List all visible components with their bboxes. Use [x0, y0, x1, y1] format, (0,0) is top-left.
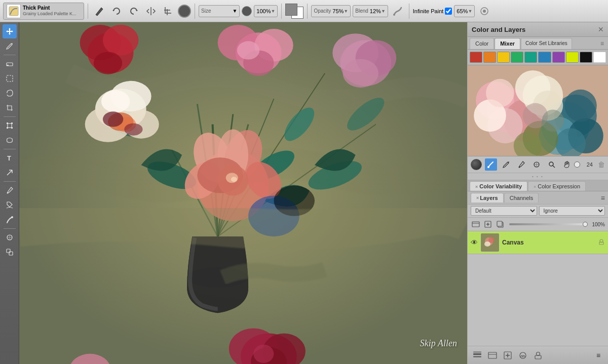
toolbar-separator-5	[409, 4, 409, 19]
mixer-brush-icon[interactable]	[485, 158, 497, 171]
bottom-lock-icon[interactable]	[531, 349, 545, 362]
lasso-tool[interactable]	[3, 86, 17, 100]
eyedropper-tool[interactable]	[3, 183, 17, 197]
tab-layers[interactable]: × Layers	[471, 193, 504, 203]
text-tool[interactable]: T	[3, 151, 17, 165]
color-swatch-blue[interactable]	[538, 52, 551, 63]
tab-color-expression[interactable]: ×Color Expression	[528, 181, 586, 191]
flip-button[interactable]	[143, 4, 159, 19]
mixer-size-slider[interactable]	[576, 164, 578, 166]
color-swatch-black[interactable]	[580, 52, 592, 63]
bottom-group-icon[interactable]	[486, 349, 499, 362]
warp-tool[interactable]	[3, 133, 17, 147]
new-layer-icon[interactable]	[483, 219, 493, 229]
new-layer-group-icon[interactable]	[471, 219, 481, 229]
main-area: T	[0, 22, 608, 364]
layer-blend-mode-select[interactable]: Default	[471, 206, 537, 216]
mixer-paint-area[interactable]	[468, 65, 608, 156]
infinite-paint-toggle[interactable]: Infinite Paint	[413, 8, 452, 15]
mixer-eyedropper-icon[interactable]	[515, 158, 527, 171]
blend-tool[interactable]	[3, 230, 17, 245]
opacity-control[interactable]: Opacity 75% ▼	[311, 5, 351, 17]
bottom-layers-icon[interactable]	[471, 349, 484, 362]
layer-thumbnail	[481, 233, 499, 252]
color-swatch-yellow-green[interactable]	[566, 52, 579, 63]
color-swatch-red[interactable]	[470, 52, 482, 63]
quick-access-button[interactable]	[477, 4, 492, 19]
color-swatch-orange[interactable]	[483, 52, 496, 63]
duplicate-layer-icon[interactable]	[495, 219, 505, 229]
mixer-delete-icon[interactable]: 🗑	[598, 160, 605, 169]
layer-opacity-row: 100%	[468, 218, 608, 231]
svg-text:T: T	[7, 154, 11, 162]
svg-rect-9	[7, 127, 8, 129]
mixer-eyedropper2-icon[interactable]	[530, 158, 543, 171]
left-tool-panel: T	[0, 22, 19, 364]
rotate-right-button[interactable]	[126, 4, 141, 19]
canvas-area[interactable]: Skip Allen	[19, 22, 467, 364]
canvas-layer-row[interactable]: 👁 Canvas	[468, 231, 608, 254]
svg-point-1	[393, 14, 395, 16]
layer-visibility-icon[interactable]: 👁	[471, 238, 478, 247]
size-input[interactable]: 147.7	[212, 8, 231, 14]
tab-color[interactable]: Color	[470, 38, 494, 49]
size-control[interactable]: Size 147.7 ▼	[199, 5, 240, 17]
arrow-tool[interactable]	[3, 166, 17, 180]
stylus-tool-button[interactable]	[92, 4, 107, 19]
svg-point-73	[486, 79, 514, 107]
size-pct-control[interactable]: 100% ▼	[254, 5, 278, 17]
color-swatch-purple[interactable]	[552, 52, 565, 63]
tab-channels[interactable]: Channels	[504, 193, 539, 203]
layer-opacity-slider[interactable]	[509, 223, 588, 225]
color-swatch-teal[interactable]	[524, 52, 537, 63]
tool-separator-1	[4, 55, 16, 55]
bottom-new-layer-icon[interactable]	[501, 349, 514, 362]
mixer-tools-row: 24 🗑	[468, 156, 608, 173]
rotate-left-button[interactable]	[109, 4, 124, 19]
layers-empty-area	[468, 254, 608, 346]
right-panel-bottom-toolbar: ≡	[468, 346, 608, 364]
svg-rect-16	[9, 252, 13, 255]
toolbar-separator-4	[307, 4, 308, 19]
color-swatch-green[interactable]	[511, 52, 523, 63]
layers-menu-icon[interactable]: ≡	[601, 194, 605, 202]
mixer-zoom-icon[interactable]	[546, 158, 558, 171]
svg-rect-91	[472, 222, 479, 227]
layer-lock-icon[interactable]	[598, 238, 605, 247]
layer-opacity-thumb[interactable]	[583, 222, 588, 227]
zoom-control[interactable]: 65% ▼	[454, 5, 475, 17]
tab-mixer[interactable]: Mixer	[495, 38, 520, 49]
tab-menu-icon[interactable]: ≡	[598, 38, 606, 49]
pencil-tool[interactable]	[3, 39, 17, 53]
clone-tool[interactable]	[3, 245, 17, 259]
brush-icon-button[interactable]	[390, 4, 405, 19]
mixer-size-thumb[interactable]	[574, 161, 580, 168]
svg-point-49	[237, 41, 259, 59]
svg-rect-7	[7, 123, 8, 124]
color-swatch-white[interactable]	[593, 52, 606, 63]
panel-close-button[interactable]: ✕	[598, 25, 604, 33]
svg-point-56	[103, 25, 139, 55]
mixer-hand-icon[interactable]	[561, 158, 573, 171]
color-swatch-pair[interactable]	[285, 4, 303, 19]
bottom-menu-icon[interactable]: ≡	[592, 349, 605, 362]
crop-tool[interactable]	[3, 101, 17, 115]
transform-tool[interactable]	[3, 118, 17, 133]
tool-preset[interactable]: Thick Paint Grainy Loaded Palette K...	[3, 3, 84, 20]
move-tool[interactable]	[3, 24, 17, 38]
foreground-color-swatch[interactable]	[285, 4, 297, 16]
fill-tool[interactable]	[3, 198, 17, 212]
color-swatch-yellow[interactable]	[497, 52, 510, 63]
eraser-tool[interactable]	[3, 57, 17, 71]
bottom-watermark-icon[interactable]	[516, 349, 529, 362]
tab-color-set-libraries[interactable]: Color Set Libraries	[521, 38, 572, 49]
smudge-tool[interactable]	[3, 213, 17, 227]
crop-button[interactable]	[161, 4, 176, 19]
svg-point-57	[94, 52, 122, 74]
layer-preserve-select[interactable]: Ignore	[539, 206, 605, 216]
selection-tool[interactable]	[3, 71, 17, 86]
brush-preview	[178, 5, 191, 18]
mixer-pen-icon[interactable]	[500, 158, 512, 171]
blend-control[interactable]: Blend 12% ▼	[353, 5, 388, 17]
tab-color-variability[interactable]: ×Color Variability	[470, 181, 527, 191]
